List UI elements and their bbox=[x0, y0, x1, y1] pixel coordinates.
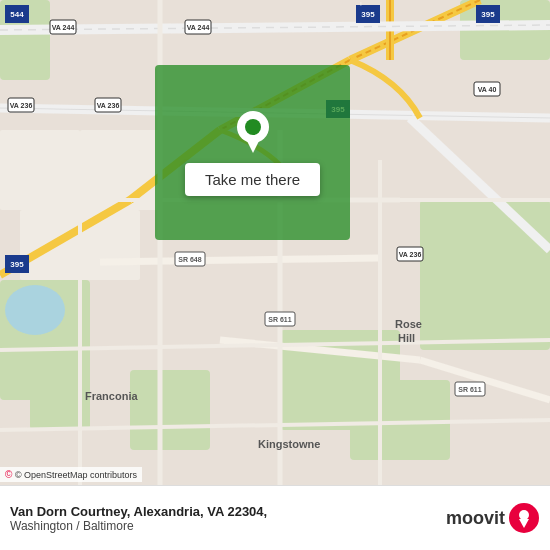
take-me-there-button[interactable]: Take me there bbox=[185, 163, 320, 196]
moovit-brand-text: moovit bbox=[446, 508, 505, 529]
address-line: Van Dorn Courtney, Alexandria, VA 22304, bbox=[10, 504, 446, 519]
svg-text:Hill: Hill bbox=[398, 332, 415, 344]
moovit-icon bbox=[508, 502, 540, 534]
svg-text:VA 236: VA 236 bbox=[399, 251, 422, 258]
svg-text:VA 244: VA 244 bbox=[187, 24, 210, 31]
svg-marker-72 bbox=[246, 139, 260, 153]
svg-text:Kingstowne: Kingstowne bbox=[258, 438, 320, 450]
svg-text:VA 40: VA 40 bbox=[478, 86, 497, 93]
city-line: Washington / Baltimore bbox=[10, 519, 446, 533]
svg-text:SR 611: SR 611 bbox=[458, 386, 481, 393]
svg-rect-5 bbox=[130, 370, 210, 450]
svg-text:I: I bbox=[360, 1, 361, 7]
moovit-logo: moovit bbox=[446, 502, 540, 534]
svg-text:395: 395 bbox=[361, 10, 375, 19]
svg-text:SR 611: SR 611 bbox=[268, 316, 291, 323]
svg-text:395: 395 bbox=[10, 260, 24, 269]
address-section: Van Dorn Courtney, Alexandria, VA 22304,… bbox=[10, 504, 446, 533]
svg-text:VA 244: VA 244 bbox=[52, 24, 75, 31]
svg-text:Rose: Rose bbox=[395, 318, 422, 330]
attribution-text: © OpenStreetMap contributors bbox=[15, 470, 137, 480]
svg-rect-6 bbox=[350, 380, 450, 460]
svg-text:395: 395 bbox=[481, 10, 495, 19]
svg-line-26 bbox=[100, 258, 380, 262]
svg-text:Franconia: Franconia bbox=[85, 390, 138, 402]
svg-point-74 bbox=[519, 510, 529, 520]
svg-text:544: 544 bbox=[10, 10, 24, 19]
osm-icon: © bbox=[5, 469, 12, 480]
svg-text:VA 236: VA 236 bbox=[10, 102, 33, 109]
highlight-box: Take me there bbox=[155, 65, 350, 240]
bottom-bar: Van Dorn Courtney, Alexandria, VA 22304,… bbox=[0, 485, 550, 550]
svg-point-9 bbox=[5, 285, 65, 335]
svg-rect-3 bbox=[420, 200, 550, 350]
svg-point-71 bbox=[245, 119, 261, 135]
map-container: 395 I 395 395 395 VA 244 VA 244 VA 236 V… bbox=[0, 0, 550, 550]
attribution: © © OpenStreetMap contributors bbox=[0, 467, 142, 482]
svg-text:SR 648: SR 648 bbox=[178, 256, 201, 263]
map-pin bbox=[235, 109, 271, 153]
svg-text:VA 236: VA 236 bbox=[97, 102, 120, 109]
